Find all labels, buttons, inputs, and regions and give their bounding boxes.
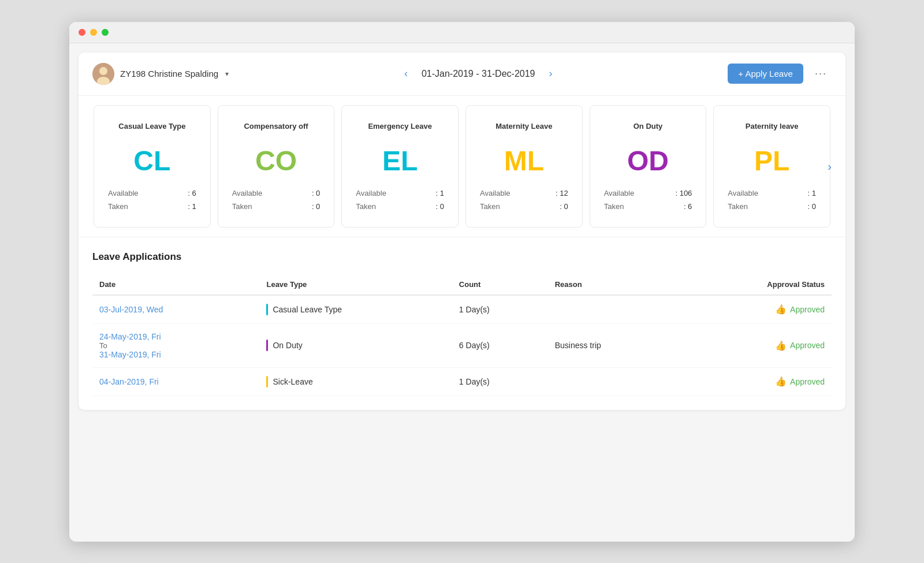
available-value: : 1 — [436, 189, 444, 197]
app-window: ZY198 Christine Spalding ▾ ‹ 01-Jan-2019… — [69, 22, 855, 542]
leave-card-co[interactable]: Compensatory off CO Available : 0 Taken … — [218, 105, 335, 228]
date-start[interactable]: 03-Jul-2019, Wed — [99, 305, 163, 314]
cell-leave-type: Sick-Leave — [259, 367, 452, 396]
table-row: 04-Jan-2019, Fri Sick-Leave 1 Day(s) 👍 A… — [92, 367, 832, 396]
leave-type-name: On Duty — [273, 341, 302, 350]
cell-reason — [548, 295, 678, 324]
leave-type-name: Casual Leave Type — [273, 305, 342, 314]
cell-date: 04-Jan-2019, Fri — [92, 367, 259, 396]
col-leave-type: Leave Type — [259, 274, 452, 295]
col-approval-status: Approval Status — [677, 274, 832, 295]
leave-card-ml[interactable]: Maternity Leave ML Available : 12 Taken … — [465, 105, 583, 228]
date-start[interactable]: 24-May-2019, Fri — [99, 332, 161, 341]
taken-row: Taken : 0 — [232, 202, 321, 211]
leave-code: EL — [351, 147, 449, 175]
taken-row: Taken : 0 — [480, 202, 568, 211]
available-value: : 6 — [188, 189, 196, 197]
available-row: Available : 1 — [356, 189, 444, 197]
taken-value: : 1 — [188, 202, 196, 211]
date-start[interactable]: 04-Jan-2019, Fri — [99, 377, 159, 386]
taken-row: Taken : 0 — [356, 202, 444, 211]
leave-card-cl[interactable]: Casual Leave Type CL Available : 6 Taken… — [94, 105, 211, 228]
taken-value: : 0 — [808, 202, 816, 211]
header-actions: + Apply Leave ··· — [728, 64, 832, 84]
leave-type-indicator — [266, 376, 268, 387]
leave-card-title: Maternity Leave — [475, 117, 573, 136]
leave-card-pl[interactable]: Paternity leave PL Available : 1 Taken :… — [713, 105, 830, 228]
leave-stats: Available : 106 Taken : 6 — [599, 189, 697, 211]
leave-stats: Available : 12 Taken : 0 — [475, 189, 573, 211]
next-date-button[interactable]: › — [544, 65, 557, 82]
available-label: Available — [604, 189, 644, 197]
leave-applications-table: Date Leave Type Count Reason Approval St… — [92, 274, 832, 396]
cell-leave-type: Casual Leave Type — [259, 295, 452, 324]
more-icon: ··· — [815, 68, 827, 79]
leave-card-el[interactable]: Emergency Leave EL Available : 1 Taken :… — [341, 105, 459, 228]
taken-value: : 6 — [684, 202, 692, 211]
available-value: : 106 — [675, 189, 692, 197]
apply-leave-label: + Apply Leave — [738, 69, 793, 79]
date-end[interactable]: 31-May-2019, Fri — [99, 350, 161, 359]
taken-row: Taken : 6 — [604, 202, 692, 211]
chevron-down-icon: ▾ — [225, 70, 229, 78]
cell-approval: 👍 Approved — [677, 295, 832, 324]
taken-label: Taken — [604, 202, 644, 211]
prev-date-button[interactable]: ‹ — [400, 65, 412, 82]
approval-status: Approved — [790, 305, 825, 314]
user-selector[interactable]: ZY198 Christine Spalding ▾ — [92, 63, 229, 85]
leave-type-name: Sick-Leave — [273, 377, 312, 386]
section-title: Leave Applications — [92, 251, 832, 263]
more-options-button[interactable]: ··· — [810, 65, 832, 82]
taken-value: : 0 — [436, 202, 444, 211]
cell-leave-type: On Duty — [259, 323, 452, 367]
date-range: 01-Jan-2019 - 31-Dec-2019 — [422, 69, 535, 79]
leave-cards-section: Casual Leave Type CL Available : 6 Taken… — [79, 96, 845, 237]
cell-approval: 👍 Approved — [677, 367, 832, 396]
taken-row: Taken : 0 — [728, 202, 816, 211]
leave-card-title: Casual Leave Type — [103, 117, 201, 136]
cell-count: 1 Day(s) — [452, 295, 548, 324]
user-name: ZY198 Christine Spalding — [120, 69, 218, 79]
leave-card-od[interactable]: On Duty OD Available : 106 Taken : 6 — [590, 105, 707, 228]
avatar — [92, 63, 114, 85]
taken-value: : 0 — [560, 202, 568, 211]
approved-icon: 👍 — [775, 376, 787, 387]
taken-label: Taken — [728, 202, 768, 211]
table-row: 24-May-2019, FriTo31-May-2019, Fri On Du… — [92, 323, 832, 367]
available-value: : 0 — [312, 189, 320, 197]
approved-icon: 👍 — [775, 304, 787, 315]
maximize-button[interactable] — [102, 29, 109, 36]
leave-card-title: Paternity leave — [723, 117, 821, 136]
leave-applications-section: Leave Applications Date Leave Type Count… — [79, 237, 845, 410]
col-date: Date — [92, 274, 259, 295]
leave-card-title: Compensatory off — [228, 117, 325, 136]
leave-type-indicator — [266, 304, 268, 315]
cell-reason — [548, 367, 678, 396]
cell-date: 24-May-2019, FriTo31-May-2019, Fri — [92, 323, 259, 367]
available-row: Available : 12 — [480, 189, 568, 197]
leave-stats: Available : 1 Taken : 0 — [351, 189, 449, 211]
leave-stats: Available : 6 Taken : 1 — [103, 189, 201, 211]
leave-type-indicator — [266, 340, 268, 351]
available-label: Available — [108, 189, 148, 197]
close-button[interactable] — [79, 29, 85, 36]
leave-code: PL — [723, 147, 821, 175]
apply-leave-button[interactable]: + Apply Leave — [728, 64, 803, 84]
leave-card-title: Emergency Leave — [351, 117, 449, 136]
table-row: 03-Jul-2019, Wed Casual Leave Type 1 Day… — [92, 295, 832, 324]
minimize-button[interactable] — [90, 29, 97, 36]
available-row: Available : 106 — [604, 189, 692, 197]
cell-date: 03-Jul-2019, Wed — [92, 295, 259, 324]
available-value: : 12 — [556, 189, 568, 197]
scroll-right-arrow[interactable]: › — [828, 159, 832, 173]
available-row: Available : 6 — [108, 189, 196, 197]
cell-count: 6 Day(s) — [452, 323, 548, 367]
date-navigation: ‹ 01-Jan-2019 - 31-Dec-2019 › — [400, 65, 557, 82]
leave-code: ML — [475, 147, 573, 175]
available-label: Available — [232, 189, 273, 197]
cell-approval: 👍 Approved — [677, 323, 832, 367]
leave-card-title: On Duty — [599, 117, 697, 136]
leave-stats: Available : 1 Taken : 0 — [723, 189, 821, 211]
available-row: Available : 0 — [232, 189, 321, 197]
approved-icon: 👍 — [775, 340, 787, 351]
